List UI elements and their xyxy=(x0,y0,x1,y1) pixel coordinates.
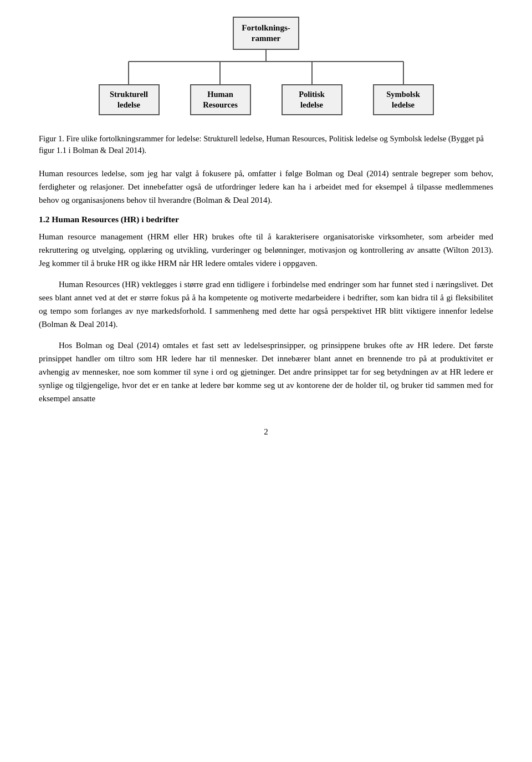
connector-svg xyxy=(83,61,449,84)
org-root-row: Fortolknings-rammer xyxy=(233,17,299,50)
org-chart: Fortolknings-rammer Strukturellledelse H… xyxy=(39,17,493,115)
root-vertical-line xyxy=(265,50,267,61)
page-number: 2 xyxy=(39,427,493,437)
org-child-symbolsk: Symbolskledelse xyxy=(373,84,434,115)
org-child-politisk: Politiskledelse xyxy=(282,84,342,115)
org-children-row: Strukturellledelse HumanResources Politi… xyxy=(83,84,449,115)
child-col-4: Symbolskledelse xyxy=(357,84,449,115)
paragraph-1: Human resources ledelse, som jeg har val… xyxy=(39,167,493,207)
section-heading-1-2: 1.2 Human Resources (HR) i bedrifter xyxy=(39,214,493,224)
paragraph-4: Hos Bolman og Deal (2014) omtales et fas… xyxy=(39,339,493,405)
org-child-strukturell: Strukturellledelse xyxy=(99,84,160,115)
figure-caption: Figur 1. Fire ulike fortolkningsrammer f… xyxy=(39,133,493,157)
child-col-3: Politiskledelse xyxy=(266,84,357,115)
org-root-node: Fortolknings-rammer xyxy=(233,17,299,50)
paragraph-3: Human Resources (HR) vektlegges i større… xyxy=(39,278,493,331)
org-child-hr: HumanResources xyxy=(190,84,251,115)
child-col-1: Strukturellledelse xyxy=(83,84,175,115)
paragraph-2: Human resource management (HRM eller HR)… xyxy=(39,230,493,270)
child-col-2: HumanResources xyxy=(175,84,266,115)
